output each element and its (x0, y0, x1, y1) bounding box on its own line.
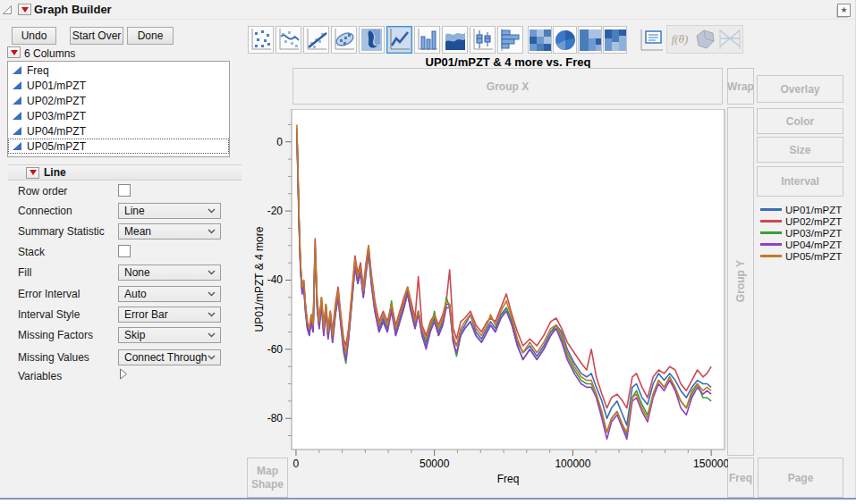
parallel-plot-icon (718, 28, 742, 51)
gallery-box-plot-button[interactable] (470, 26, 496, 54)
continuous-column-icon (12, 141, 22, 151)
line-panel-title: Line (44, 166, 66, 179)
svg-text:0: 0 (276, 136, 283, 148)
drop-zone-page[interactable]: Page (758, 458, 843, 498)
continuous-column-icon (12, 65, 22, 75)
legend: UP01/mPZT UP02/mPZT UP03/mPZT UP04/mPZT … (760, 204, 842, 262)
gallery-pie-button[interactable] (553, 26, 577, 54)
freq-zone-label: Freq (729, 472, 752, 484)
continuous-column-icon (12, 80, 22, 90)
plot-area[interactable]: 0500001000001500000-20-40-60-80FreqUP01/… (250, 109, 728, 489)
chevron-down-icon (208, 332, 216, 338)
connection-select[interactable]: Line (118, 203, 221, 219)
box-plot-icon (471, 28, 494, 52)
start-over-button[interactable]: Start Over (70, 27, 123, 45)
gallery-treemap-button[interactable] (578, 26, 602, 54)
legend-item[interactable]: UP05/mPZT (760, 250, 842, 262)
column-item-label: UP03/mPZT (27, 110, 86, 122)
gallery-heatmap-button[interactable] (528, 26, 552, 54)
area-chart-icon (444, 28, 466, 52)
drop-zone-overlay[interactable]: Overlay (757, 75, 843, 103)
group-x-label: Group X (487, 80, 529, 93)
legend-item[interactable]: UP01/mPZT (760, 204, 842, 215)
gallery-scatter-button[interactable] (248, 26, 274, 54)
connection-label: Connection (18, 205, 72, 217)
drop-zone-wrap[interactable]: Wrap (727, 68, 754, 105)
column-item-freq[interactable]: Freq (8, 63, 229, 78)
interval-style-select[interactable]: Error Bar (118, 307, 221, 323)
column-item-label: UP01/mPZT (27, 80, 86, 92)
columns-header: 6 Columns (24, 47, 75, 60)
gallery-smoother-button[interactable] (275, 26, 301, 54)
legend-item[interactable]: UP04/mPZT (760, 239, 842, 250)
legend-line-swatch (760, 243, 782, 246)
fill-value: None (124, 266, 150, 279)
svg-text:-40: -40 (267, 273, 284, 286)
missing-values-select[interactable]: Connect Through (118, 349, 221, 365)
gallery-ellipse-button[interactable] (331, 26, 357, 54)
column-item-up03[interactable]: UP03/mPZT (8, 108, 229, 123)
stack-checkbox[interactable] (118, 245, 131, 257)
column-item-up01[interactable]: UP01/mPZT (8, 78, 229, 93)
red-triangle-icon (21, 7, 29, 13)
chevron-down-icon (208, 208, 216, 214)
gallery-parallel-button (718, 28, 742, 51)
column-item-up02[interactable]: UP02/mPZT (8, 93, 229, 108)
error-interval-label: Error Interval (18, 288, 80, 300)
drop-zone-interval[interactable]: Interval (757, 166, 843, 197)
drop-zone-group-y[interactable]: Group Y (727, 107, 754, 456)
missing-values-value: Connect Through (124, 351, 208, 364)
summary-statistic-select[interactable]: Mean (118, 223, 221, 239)
missing-factors-select[interactable]: Skip (118, 327, 221, 343)
svg-text:Freq: Freq (497, 473, 520, 485)
columns-red-triangle-button[interactable] (7, 46, 21, 58)
gallery-mosaic-button[interactable] (603, 26, 627, 54)
line-red-triangle-button[interactable] (26, 167, 39, 179)
legend-label: UP01/mPZT (785, 205, 842, 215)
gallery-caption-box-button[interactable] (637, 26, 665, 54)
legend-item[interactable]: UP02/mPZT (760, 215, 842, 227)
fill-label: Fill (18, 266, 31, 279)
outline-collapse-icon[interactable] (3, 5, 13, 15)
chevron-down-icon (208, 355, 216, 360)
scatter-icon (250, 28, 272, 52)
gallery-area-button[interactable] (442, 26, 468, 54)
gallery-bar-button[interactable] (414, 26, 440, 54)
undo-button[interactable]: Undo (12, 27, 56, 45)
legend-item[interactable]: UP03/mPZT (760, 227, 842, 239)
gallery-disabled-group: f(θ) (666, 25, 743, 54)
window-title: Graph Builder (34, 3, 112, 16)
gallery-histogram-button[interactable] (497, 26, 523, 54)
drop-zone-size[interactable]: Size (757, 137, 843, 163)
variables-disclosure-icon[interactable] (119, 368, 128, 380)
gallery-contour-button[interactable] (359, 26, 385, 54)
chevron-down-icon (208, 312, 216, 317)
done-button[interactable]: Done (127, 27, 174, 45)
drop-zone-freq[interactable]: Freq (727, 458, 754, 498)
pin-icon[interactable]: ★ (837, 4, 851, 17)
row-order-checkbox[interactable] (118, 184, 131, 197)
column-item-up05[interactable]: UP05/mPZT (8, 139, 229, 154)
legend-line-swatch (760, 231, 782, 234)
gallery-line-button[interactable] (386, 26, 412, 54)
columns-list[interactable]: Freq UP01/mPZT UP02/mPZT UP03/mPZT UP04/… (7, 61, 230, 157)
column-item-up04[interactable]: UP04/mPZT (8, 123, 229, 139)
legend-line-swatch (760, 208, 782, 211)
legend-label: UP02/mPZT (785, 216, 842, 227)
column-item-label: UP02/mPZT (27, 95, 86, 107)
continuous-column-icon (12, 96, 22, 105)
gallery-line-of-fit-button[interactable] (303, 26, 329, 54)
drop-zone-color[interactable]: Color (757, 108, 843, 134)
fill-select[interactable]: None (118, 265, 221, 281)
drop-zone-group-x[interactable]: Group X (292, 68, 723, 105)
missing-factors-value: Skip (124, 329, 145, 341)
page-label: Page (788, 472, 814, 484)
contour-icon (360, 28, 383, 52)
svg-text:150000: 150000 (693, 458, 728, 470)
red-triangle-menu-button[interactable] (18, 4, 31, 15)
interval-label: Interval (781, 175, 819, 188)
error-interval-select[interactable]: Auto (118, 286, 221, 302)
line-panel-header: Line (8, 164, 242, 181)
stack-label: Stack (18, 246, 45, 258)
line-chart-icon (388, 28, 411, 52)
